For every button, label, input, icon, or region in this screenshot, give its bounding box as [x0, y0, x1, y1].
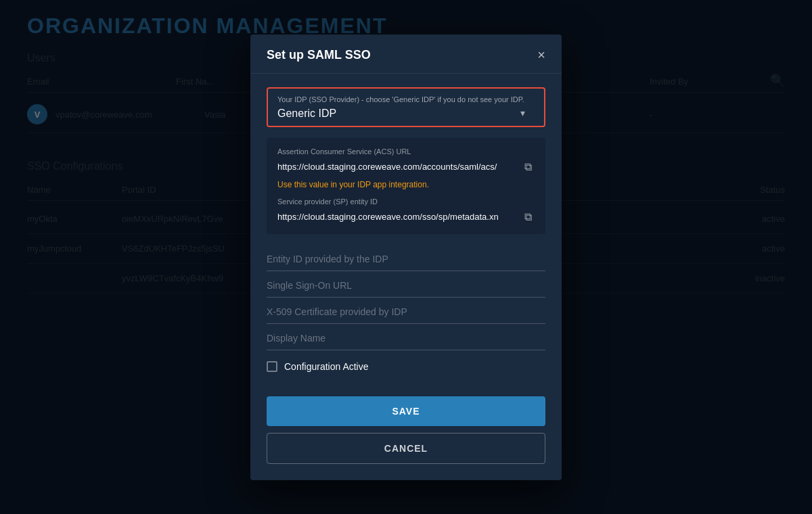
config-active-label: Configuration Active	[284, 361, 369, 372]
entity-id-input[interactable]	[267, 254, 545, 264]
acs-url-row: https://cloud.staging.coreweave.com/acco…	[277, 160, 535, 174]
idp-dropdown[interactable]: Generic IDP Okta Azure AD Google JumpClo…	[277, 108, 535, 119]
display-name-field	[267, 324, 545, 350]
acs-note: Use this value in your IDP app integrati…	[277, 180, 535, 189]
config-active-checkbox[interactable]	[267, 361, 277, 372]
x509-cert-field	[267, 298, 545, 324]
save-button[interactable]: SAVE	[267, 396, 545, 426]
entity-id-field	[267, 245, 545, 271]
copy-sp-url-button[interactable]: ⧉	[522, 210, 535, 225]
idp-selector-wrapper: Your IDP (SSO Provider) - choose 'Generi…	[267, 87, 545, 127]
sso-url-field	[267, 271, 545, 298]
idp-label: Your IDP (SSO Provider) - choose 'Generi…	[277, 95, 535, 103]
copy-acs-url-button[interactable]: ⧉	[522, 160, 535, 174]
sso-url-input[interactable]	[267, 280, 545, 291]
sp-url-row: https://cloud.staging.coreweave.com/sso/…	[277, 210, 535, 225]
saml-sso-modal: Set up SAML SSO × Your IDP (SSO Provider…	[250, 34, 562, 480]
modal-footer: SAVE CANCEL	[250, 386, 562, 480]
idp-select-container: Generic IDP Okta Azure AD Google JumpClo…	[277, 108, 535, 119]
x509-cert-input[interactable]	[267, 306, 545, 317]
modal-overlay: Set up SAML SSO × Your IDP (SSO Provider…	[0, 0, 812, 514]
modal-title: Set up SAML SSO	[267, 48, 371, 62]
config-active-row: Configuration Active	[267, 350, 545, 372]
sp-url-text: https://cloud.staging.coreweave.com/sso/…	[277, 212, 499, 222]
sp-label: Service provider (SP) entity ID	[277, 197, 535, 206]
modal-body: Your IDP (SSO Provider) - choose 'Generi…	[250, 74, 562, 386]
acs-label: Assertion Consumer Service (ACS) URL	[277, 147, 535, 156]
acs-box: Assertion Consumer Service (ACS) URL htt…	[267, 138, 545, 234]
cancel-button[interactable]: CANCEL	[267, 433, 545, 464]
close-button[interactable]: ×	[537, 48, 545, 62]
display-name-input[interactable]	[267, 333, 545, 344]
modal-header: Set up SAML SSO ×	[250, 34, 562, 74]
acs-url-text: https://cloud.staging.coreweave.com/acco…	[277, 162, 497, 172]
